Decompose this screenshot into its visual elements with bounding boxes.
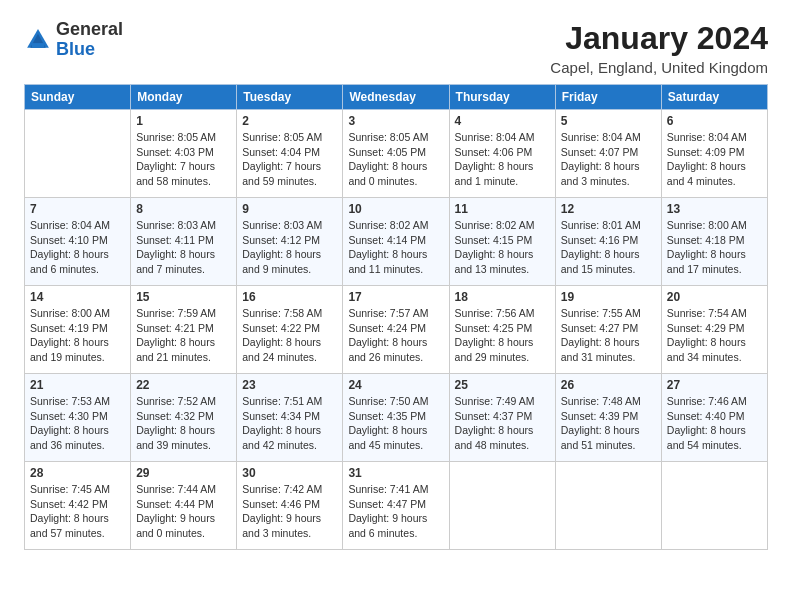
logo-general-text: General	[56, 19, 123, 39]
day-number: 2	[242, 114, 337, 128]
day-info: Sunrise: 7:54 AMSunset: 4:29 PMDaylight:…	[667, 306, 762, 365]
calendar-cell-w3-d7: 20Sunrise: 7:54 AMSunset: 4:29 PMDayligh…	[661, 286, 767, 374]
logo: General Blue	[24, 20, 123, 60]
day-number: 10	[348, 202, 443, 216]
calendar-cell-w4-d6: 26Sunrise: 7:48 AMSunset: 4:39 PMDayligh…	[555, 374, 661, 462]
week-row-3: 14Sunrise: 8:00 AMSunset: 4:19 PMDayligh…	[25, 286, 768, 374]
calendar-cell-w3-d3: 16Sunrise: 7:58 AMSunset: 4:22 PMDayligh…	[237, 286, 343, 374]
logo-icon	[24, 26, 52, 54]
day-info: Sunrise: 8:04 AMSunset: 4:10 PMDaylight:…	[30, 218, 125, 277]
calendar-cell-w1-d1	[25, 110, 131, 198]
day-number: 17	[348, 290, 443, 304]
day-number: 15	[136, 290, 231, 304]
day-number: 14	[30, 290, 125, 304]
day-info: Sunrise: 7:58 AMSunset: 4:22 PMDaylight:…	[242, 306, 337, 365]
day-info: Sunrise: 7:50 AMSunset: 4:35 PMDaylight:…	[348, 394, 443, 453]
day-info: Sunrise: 7:55 AMSunset: 4:27 PMDaylight:…	[561, 306, 656, 365]
day-number: 19	[561, 290, 656, 304]
day-number: 4	[455, 114, 550, 128]
calendar-cell-w5-d5	[449, 462, 555, 550]
calendar-cell-w2-d3: 9Sunrise: 8:03 AMSunset: 4:12 PMDaylight…	[237, 198, 343, 286]
calendar-cell-w2-d1: 7Sunrise: 8:04 AMSunset: 4:10 PMDaylight…	[25, 198, 131, 286]
day-info: Sunrise: 7:46 AMSunset: 4:40 PMDaylight:…	[667, 394, 762, 453]
day-number: 9	[242, 202, 337, 216]
calendar-cell-w1-d3: 2Sunrise: 8:05 AMSunset: 4:04 PMDaylight…	[237, 110, 343, 198]
calendar-cell-w1-d6: 5Sunrise: 8:04 AMSunset: 4:07 PMDaylight…	[555, 110, 661, 198]
day-number: 13	[667, 202, 762, 216]
day-info: Sunrise: 7:42 AMSunset: 4:46 PMDaylight:…	[242, 482, 337, 541]
day-info: Sunrise: 8:00 AMSunset: 4:19 PMDaylight:…	[30, 306, 125, 365]
calendar-cell-w5-d6	[555, 462, 661, 550]
day-info: Sunrise: 8:03 AMSunset: 4:11 PMDaylight:…	[136, 218, 231, 277]
day-number: 6	[667, 114, 762, 128]
calendar-cell-w4-d3: 23Sunrise: 7:51 AMSunset: 4:34 PMDayligh…	[237, 374, 343, 462]
day-info: Sunrise: 7:49 AMSunset: 4:37 PMDaylight:…	[455, 394, 550, 453]
day-number: 12	[561, 202, 656, 216]
day-info: Sunrise: 7:59 AMSunset: 4:21 PMDaylight:…	[136, 306, 231, 365]
day-number: 16	[242, 290, 337, 304]
logo-blue-text: Blue	[56, 39, 95, 59]
calendar-cell-w2-d7: 13Sunrise: 8:00 AMSunset: 4:18 PMDayligh…	[661, 198, 767, 286]
header-monday: Monday	[131, 85, 237, 110]
day-number: 11	[455, 202, 550, 216]
calendar-cell-w4-d4: 24Sunrise: 7:50 AMSunset: 4:35 PMDayligh…	[343, 374, 449, 462]
calendar-cell-w4-d2: 22Sunrise: 7:52 AMSunset: 4:32 PMDayligh…	[131, 374, 237, 462]
day-number: 31	[348, 466, 443, 480]
calendar-cell-w1-d7: 6Sunrise: 8:04 AMSunset: 4:09 PMDaylight…	[661, 110, 767, 198]
calendar-cell-w3-d2: 15Sunrise: 7:59 AMSunset: 4:21 PMDayligh…	[131, 286, 237, 374]
day-number: 22	[136, 378, 231, 392]
header-thursday: Thursday	[449, 85, 555, 110]
calendar-cell-w4-d1: 21Sunrise: 7:53 AMSunset: 4:30 PMDayligh…	[25, 374, 131, 462]
day-number: 30	[242, 466, 337, 480]
day-info: Sunrise: 8:05 AMSunset: 4:05 PMDaylight:…	[348, 130, 443, 189]
week-row-5: 28Sunrise: 7:45 AMSunset: 4:42 PMDayligh…	[25, 462, 768, 550]
day-number: 1	[136, 114, 231, 128]
day-number: 25	[455, 378, 550, 392]
day-number: 23	[242, 378, 337, 392]
day-info: Sunrise: 7:52 AMSunset: 4:32 PMDaylight:…	[136, 394, 231, 453]
day-info: Sunrise: 7:45 AMSunset: 4:42 PMDaylight:…	[30, 482, 125, 541]
week-row-1: 1Sunrise: 8:05 AMSunset: 4:03 PMDaylight…	[25, 110, 768, 198]
day-info: Sunrise: 8:01 AMSunset: 4:16 PMDaylight:…	[561, 218, 656, 277]
calendar-cell-w1-d5: 4Sunrise: 8:04 AMSunset: 4:06 PMDaylight…	[449, 110, 555, 198]
week-row-4: 21Sunrise: 7:53 AMSunset: 4:30 PMDayligh…	[25, 374, 768, 462]
week-row-2: 7Sunrise: 8:04 AMSunset: 4:10 PMDaylight…	[25, 198, 768, 286]
calendar-header-row: Sunday Monday Tuesday Wednesday Thursday…	[25, 85, 768, 110]
calendar-cell-w5-d7	[661, 462, 767, 550]
day-info: Sunrise: 8:02 AMSunset: 4:14 PMDaylight:…	[348, 218, 443, 277]
calendar-cell-w5-d3: 30Sunrise: 7:42 AMSunset: 4:46 PMDayligh…	[237, 462, 343, 550]
day-number: 29	[136, 466, 231, 480]
calendar-cell-w5-d2: 29Sunrise: 7:44 AMSunset: 4:44 PMDayligh…	[131, 462, 237, 550]
day-number: 27	[667, 378, 762, 392]
header-tuesday: Tuesday	[237, 85, 343, 110]
day-number: 18	[455, 290, 550, 304]
calendar-cell-w2-d4: 10Sunrise: 8:02 AMSunset: 4:14 PMDayligh…	[343, 198, 449, 286]
day-info: Sunrise: 7:51 AMSunset: 4:34 PMDaylight:…	[242, 394, 337, 453]
calendar-cell-w4-d7: 27Sunrise: 7:46 AMSunset: 4:40 PMDayligh…	[661, 374, 767, 462]
day-number: 5	[561, 114, 656, 128]
calendar-cell-w4-d5: 25Sunrise: 7:49 AMSunset: 4:37 PMDayligh…	[449, 374, 555, 462]
header-friday: Friday	[555, 85, 661, 110]
day-number: 26	[561, 378, 656, 392]
day-number: 24	[348, 378, 443, 392]
calendar-cell-w2-d6: 12Sunrise: 8:01 AMSunset: 4:16 PMDayligh…	[555, 198, 661, 286]
day-info: Sunrise: 8:02 AMSunset: 4:15 PMDaylight:…	[455, 218, 550, 277]
page-header: General Blue January 2024 Capel, England…	[24, 20, 768, 76]
calendar-cell-w1-d2: 1Sunrise: 8:05 AMSunset: 4:03 PMDaylight…	[131, 110, 237, 198]
calendar-cell-w2-d5: 11Sunrise: 8:02 AMSunset: 4:15 PMDayligh…	[449, 198, 555, 286]
day-info: Sunrise: 8:05 AMSunset: 4:03 PMDaylight:…	[136, 130, 231, 189]
calendar-cell-w3-d6: 19Sunrise: 7:55 AMSunset: 4:27 PMDayligh…	[555, 286, 661, 374]
day-info: Sunrise: 8:04 AMSunset: 4:06 PMDaylight:…	[455, 130, 550, 189]
day-info: Sunrise: 7:53 AMSunset: 4:30 PMDaylight:…	[30, 394, 125, 453]
day-number: 28	[30, 466, 125, 480]
calendar-cell-w3-d4: 17Sunrise: 7:57 AMSunset: 4:24 PMDayligh…	[343, 286, 449, 374]
header-sunday: Sunday	[25, 85, 131, 110]
day-number: 3	[348, 114, 443, 128]
header-saturday: Saturday	[661, 85, 767, 110]
calendar-table: Sunday Monday Tuesday Wednesday Thursday…	[24, 84, 768, 550]
calendar-cell-w5-d4: 31Sunrise: 7:41 AMSunset: 4:47 PMDayligh…	[343, 462, 449, 550]
day-info: Sunrise: 7:48 AMSunset: 4:39 PMDaylight:…	[561, 394, 656, 453]
day-info: Sunrise: 7:57 AMSunset: 4:24 PMDaylight:…	[348, 306, 443, 365]
calendar-cell-w3-d1: 14Sunrise: 8:00 AMSunset: 4:19 PMDayligh…	[25, 286, 131, 374]
day-info: Sunrise: 8:04 AMSunset: 4:09 PMDaylight:…	[667, 130, 762, 189]
